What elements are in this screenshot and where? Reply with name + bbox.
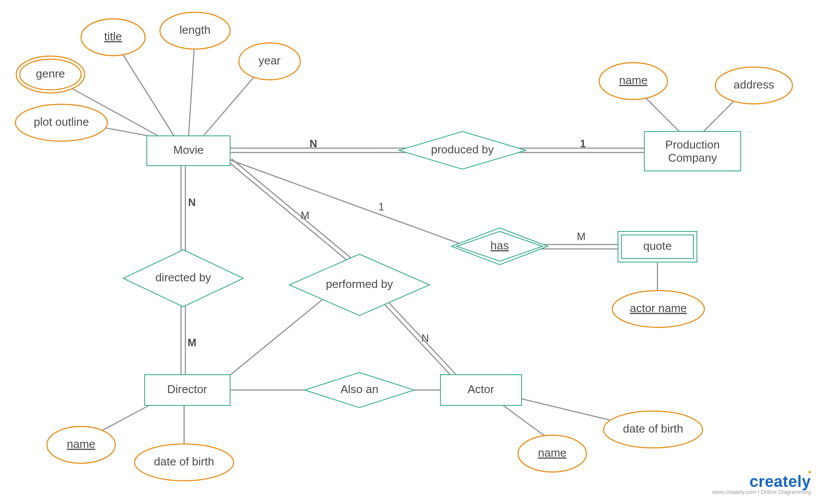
rel-has-label: has bbox=[490, 239, 509, 252]
attr-actor-name-label: name bbox=[538, 446, 566, 459]
entity-actor-label: Actor bbox=[468, 383, 494, 396]
entity-movie-label: Movie bbox=[173, 143, 203, 156]
bulb-icon: ● bbox=[808, 468, 812, 475]
attr-pc-name-label: name bbox=[619, 74, 647, 87]
card-movie-producedby: N bbox=[309, 138, 317, 149]
attr-title-label: title bbox=[104, 30, 122, 43]
card-movie-performed: M bbox=[301, 209, 309, 221]
entity-director-label: Director bbox=[167, 383, 207, 396]
entity-pc-label-1: Production bbox=[665, 138, 720, 151]
card-performed-actor: N bbox=[421, 332, 429, 344]
attr-pc-address-label: address bbox=[734, 78, 774, 91]
conn-movie-has bbox=[230, 160, 462, 245]
attr-genre-label: genre bbox=[36, 67, 65, 80]
attr-actor-dob-label: date of birth bbox=[623, 422, 683, 435]
attr-year-label: year bbox=[259, 54, 281, 67]
card-directed-director: M bbox=[188, 337, 196, 348]
conn-movie-length bbox=[188, 35, 195, 138]
rel-alsoan-label: Also an bbox=[341, 383, 379, 396]
attr-length-label: length bbox=[180, 23, 211, 36]
entity-quote-label: quote bbox=[643, 239, 671, 252]
card-producedby-pc: 1 bbox=[580, 138, 586, 149]
card-movie-has: 1 bbox=[378, 201, 384, 213]
conn-movie-performed-a bbox=[229, 162, 353, 265]
card-movie-directed: N bbox=[188, 196, 195, 208]
watermark-brand-text: creately bbox=[749, 472, 811, 490]
attr-quote-actorname-label: actor name bbox=[630, 302, 687, 315]
conn-performed-director bbox=[228, 298, 324, 377]
conn-movie-performed-b bbox=[231, 159, 355, 262]
attr-dir-dob-label: date of birth bbox=[154, 455, 214, 468]
attr-plot-label: plot outline bbox=[34, 115, 89, 128]
conn-movie-title bbox=[116, 44, 175, 138]
card-has-quote: M bbox=[577, 231, 586, 242]
conn-performed-actor-a bbox=[384, 303, 452, 377]
entity-pc-label-2: Company bbox=[668, 151, 717, 164]
er-diagram: .entity-rect { fill:#ffffff; stroke:#3fa… bbox=[0, 0, 824, 504]
attr-dir-name-label: name bbox=[67, 437, 95, 451]
rel-performedby-label: performed by bbox=[326, 277, 393, 291]
watermark: creately ● www.creately.com • Online Dia… bbox=[712, 472, 811, 495]
watermark-brand: creately ● bbox=[712, 472, 811, 491]
conn-actor-name bbox=[503, 405, 548, 438]
rel-directedby-label: directed by bbox=[155, 271, 211, 284]
rel-producedby-label: produced by bbox=[431, 143, 494, 156]
